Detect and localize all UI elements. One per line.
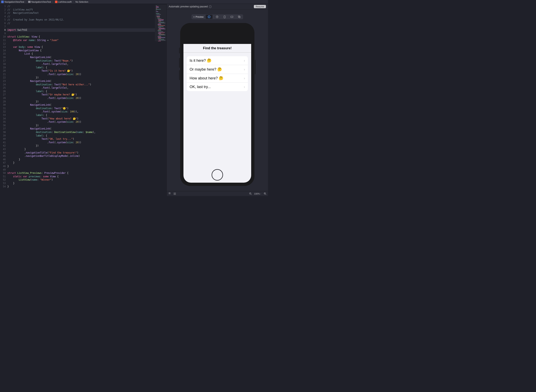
list-item-label: Is it here? 🤔	[190, 58, 244, 63]
minimap[interactable]	[155, 5, 166, 41]
navigation-bar: Find the treasure!	[183, 44, 251, 52]
preview-orientation-button[interactable]	[228, 15, 235, 19]
list-item[interactable]: Or maybe here? 🤔›	[187, 65, 248, 74]
adjust-icon[interactable]	[173, 192, 176, 195]
list-item[interactable]: Is it here? 🤔›	[187, 56, 248, 65]
live-dot-icon	[194, 16, 195, 18]
svg-rect-2	[231, 16, 233, 18]
info-icon[interactable]: i	[209, 5, 212, 8]
list-item-label: How about here? 🤔	[190, 76, 244, 80]
preview-mode-selector: Preview	[191, 14, 243, 19]
selectable-icon	[208, 16, 210, 18]
preview-panel: Automatic preview updating paused i Resu…	[166, 4, 268, 196]
folder-icon	[28, 1, 31, 3]
preview-status-bar: Automatic preview updating paused i Resu…	[167, 4, 268, 9]
navigation-title: Find the treasure!	[203, 46, 232, 50]
simulated-device: Find the treasure! Is it here? 🤔›Or mayb…	[180, 23, 254, 186]
list-item[interactable]: OK, last try...›	[187, 83, 248, 91]
chevron-right-icon: ›	[244, 67, 245, 72]
preview-mode-live[interactable]: Preview	[192, 15, 205, 19]
list-item-label: Or maybe here? 🤔	[190, 67, 244, 72]
breadcrumb: NavigationViewTest 〉 NavigationViewTest …	[0, 0, 268, 4]
breadcrumb-project[interactable]: NavigationViewTest	[5, 1, 24, 3]
preview-variants-button[interactable]	[214, 15, 221, 19]
chevron-right-icon: 〉	[52, 0, 54, 4]
code-area[interactable]: //// ListView.swift// NavigationViewTest…	[7, 4, 166, 196]
preview-mode-selectable[interactable]	[206, 15, 213, 19]
device-screen[interactable]: Find the treasure! Is it here? 🤔›Or mayb…	[183, 26, 251, 183]
chevron-right-icon: ›	[244, 59, 245, 63]
segment-divider	[213, 15, 213, 18]
resume-button[interactable]: Resume	[254, 5, 266, 8]
breadcrumb-file[interactable]: ListView.swift	[58, 1, 72, 3]
preview-canvas[interactable]: Preview	[167, 9, 268, 191]
list-item[interactable]: How about here? 🤔›	[187, 74, 248, 83]
code-editor[interactable]: 1234567891011121314151617181920212223242…	[0, 4, 166, 196]
preview-status-text: Automatic preview updating paused	[169, 5, 208, 8]
preview-footer: 100% ⌄	[167, 191, 268, 196]
zoom-level[interactable]: 100% ⌄	[254, 192, 261, 195]
home-button-icon	[212, 169, 223, 181]
list-item-label: OK, last try...	[190, 85, 244, 89]
chevron-right-icon: ›	[244, 85, 245, 89]
preview-duplicate-button[interactable]	[236, 15, 243, 19]
chevron-right-icon: 〉	[25, 0, 27, 4]
zoom-in-button[interactable]	[263, 192, 266, 195]
navigation-list: Is it here? 🤔›Or maybe here? 🤔›How about…	[187, 56, 248, 91]
zoom-out-button[interactable]	[249, 192, 252, 195]
pin-icon[interactable]	[168, 192, 171, 195]
preview-device-button[interactable]	[221, 15, 228, 19]
swift-file-icon	[55, 1, 57, 3]
svg-rect-1	[224, 16, 225, 18]
breadcrumb-selection[interactable]: No Selection	[75, 1, 88, 3]
line-gutter: 1234567891011121314151617181920212223242…	[0, 4, 7, 196]
chevron-right-icon: 〉	[72, 0, 75, 4]
project-icon	[1, 1, 4, 3]
breadcrumb-folder[interactable]: NavigationViewTest	[31, 1, 51, 3]
chevron-right-icon: ›	[244, 76, 245, 80]
